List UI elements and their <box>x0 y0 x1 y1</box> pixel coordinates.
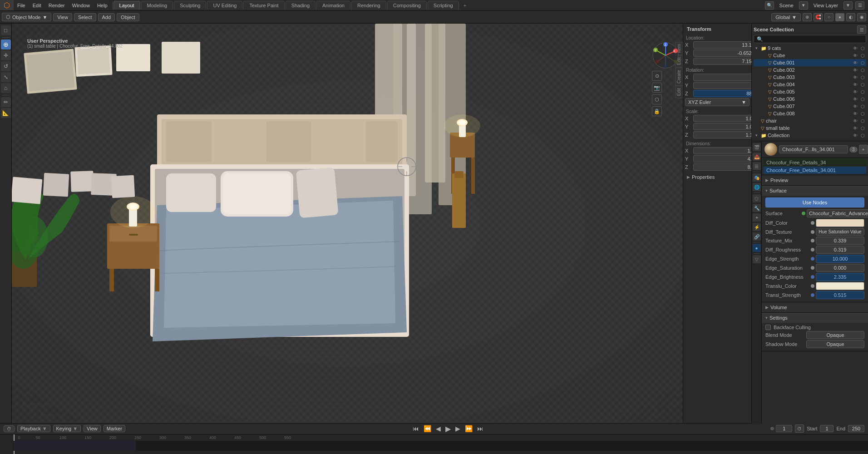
render-props-icon[interactable]: 🎬 <box>753 143 761 151</box>
viewport-shading-render[interactable]: ◉ <box>857 13 866 21</box>
outliner-filter-icon[interactable]: ☰ <box>857 25 866 34</box>
outliner-filter-cube002[interactable]: ⬡ <box>859 67 866 73</box>
outliner-filter-cube006[interactable]: ⬡ <box>859 96 866 102</box>
outliner-eye-cube006[interactable]: 👁 <box>852 96 859 102</box>
global-selector[interactable]: Global ▼ <box>771 13 801 21</box>
lock-camera-btn[interactable]: 🔒 <box>652 106 662 116</box>
material-new-btn[interactable]: + <box>859 145 868 154</box>
proportional-edit-icon[interactable]: ○ <box>824 13 833 21</box>
outliner-9cats[interactable]: ▾ 📁 9 cats 👁 ⬡ <box>754 44 866 52</box>
outliner-filter-cube008[interactable]: ⬡ <box>859 110 866 117</box>
blend-mode-select[interactable]: Opaque <box>806 331 864 339</box>
select-box-tool[interactable]: □ <box>1 25 11 35</box>
add-menu[interactable]: Add <box>98 13 115 21</box>
tab-shading[interactable]: Shading <box>286 1 316 10</box>
backface-culling-checkbox[interactable] <box>765 325 771 330</box>
object-props-icon[interactable]: ⬡ <box>753 194 761 202</box>
outliner-eye-cube002[interactable]: 👁 <box>852 67 859 73</box>
outliner-filter-chair[interactable]: ⬡ <box>859 118 866 124</box>
euler-selector[interactable]: XYZ Euler ▼ <box>685 98 750 106</box>
outliner-filter-cube005[interactable]: ⬡ <box>859 89 866 95</box>
timeline-track[interactable]: 0 50 100 150 200 250 300 350 400 450 500… <box>0 434 868 454</box>
particle-props-icon[interactable]: ✦ <box>753 213 761 222</box>
outliner-cube002[interactable]: ▽ Cube.002 👁 ⬡ <box>754 66 866 74</box>
material-name-input[interactable] <box>779 145 848 153</box>
menu-file[interactable]: File <box>14 0 29 10</box>
settings-section-title[interactable]: ▾ Settings <box>762 313 868 323</box>
outliner-cube006[interactable]: ▽ Cube.006 👁 ⬡ <box>754 95 866 103</box>
tab-uv-editing[interactable]: UV Editing <box>207 1 242 10</box>
rotate-tool[interactable]: ↺ <box>1 61 11 71</box>
outliner-cube007[interactable]: ▽ Cube.007 👁 ⬡ <box>754 103 866 110</box>
view-menu[interactable]: View <box>53 13 72 21</box>
outliner-collection[interactable]: ▾ 📁 Collection 👁 ⬡ <box>754 132 866 139</box>
snap-icon[interactable]: 🧲 <box>814 13 823 21</box>
next-keyframe-btn[interactable]: ▶ <box>454 425 461 432</box>
select-menu[interactable]: Select <box>74 13 96 21</box>
viewport-shading-solid[interactable]: ● <box>835 13 844 21</box>
outliner-chair[interactable]: ▽ chair 👁 ⬡ <box>754 117 866 124</box>
texture-mix-value[interactable]: 0.339 <box>816 237 864 245</box>
navigation-gizmo[interactable]: X Y Z <box>652 42 679 69</box>
shadow-mode-select[interactable]: Opaque <box>806 340 864 348</box>
outliner-search-input[interactable] <box>754 35 866 43</box>
jump-end-btn[interactable]: ⏭ <box>476 425 484 432</box>
edge-strength-value[interactable]: 10.000 <box>816 255 864 263</box>
tab-texture-paint[interactable]: Texture Paint <box>243 1 284 10</box>
outliner-filter-cube003[interactable]: ⬡ <box>859 74 866 80</box>
constraint-props-icon[interactable]: 🔗 <box>753 232 761 241</box>
transform-tool[interactable]: ⌂ <box>1 83 11 93</box>
camera-view-btn[interactable]: 📷 <box>652 83 662 93</box>
diff-color-swatch[interactable] <box>816 219 864 227</box>
outliner-cube004[interactable]: ▽ Cube.004 👁 ⬡ <box>754 81 866 88</box>
scale-y-input[interactable] <box>693 123 752 130</box>
outliner-eye-cube001[interactable]: 👁 <box>852 59 859 66</box>
timeline-scrubber[interactable] <box>13 441 868 451</box>
annotate-tool[interactable]: ✏ <box>1 97 11 107</box>
view-layer-menu-btn[interactable]: ▼ <box>843 1 853 10</box>
edge-brightness-value[interactable]: 2.335 <box>816 273 864 281</box>
modifier-props-icon[interactable]: 🔧 <box>753 204 761 212</box>
translu-color-swatch[interactable] <box>816 282 864 290</box>
tab-animation[interactable]: Animation <box>316 1 350 10</box>
outliner-filter-9cats[interactable]: ⬡ <box>859 45 866 51</box>
outliner-eye-cube007[interactable]: 👁 <box>852 103 859 109</box>
material-props-icon[interactable]: ● <box>753 244 761 252</box>
scene-props-icon[interactable]: 🎭 <box>753 173 761 182</box>
outliner-cube[interactable]: ▽ Cube 👁 ⬡ <box>754 52 866 59</box>
outliner-eye-cube004[interactable]: 👁 <box>852 81 859 88</box>
outliner-eye-9cats[interactable]: 👁 <box>852 45 859 51</box>
surface-value[interactable]: Chocofur_Fabric_Advanced <box>807 209 868 217</box>
outliner-filter-cube007[interactable]: ⬡ <box>859 103 866 109</box>
rot-z-input[interactable] <box>693 90 752 97</box>
outliner-eye-chair[interactable]: 👁 <box>852 118 859 124</box>
tab-sculpting[interactable]: Sculpting <box>174 1 206 10</box>
menu-edit[interactable]: Edit <box>29 0 45 10</box>
loc-y-input[interactable] <box>693 49 752 57</box>
current-frame-input[interactable] <box>776 425 792 432</box>
use-nodes-btn[interactable]: Use Nodes <box>765 197 864 207</box>
jump-start-btn[interactable]: ⏮ <box>412 425 420 432</box>
scale-z-input[interactable] <box>693 131 752 138</box>
start-frame-input[interactable] <box>820 425 833 432</box>
outliner-eye-small-table[interactable]: 👁 <box>852 125 859 131</box>
add-workspace-tab[interactable]: + <box>460 1 470 10</box>
tab-layout[interactable]: Layout <box>113 1 140 10</box>
output-props-icon[interactable]: 📤 <box>753 153 761 161</box>
scene-menu-btn[interactable]: ▼ <box>799 1 808 10</box>
edge-saturation-value[interactable]: 0.000 <box>816 264 864 272</box>
prev-frame-btn[interactable]: ⏪ <box>423 425 432 432</box>
menu-window[interactable]: Window <box>69 0 94 10</box>
play-btn[interactable]: ▶ <box>444 424 452 433</box>
physics-props-icon[interactable]: ⚡ <box>753 223 761 231</box>
transl-strength-value[interactable]: 0.515 <box>816 291 864 299</box>
outliner-eye-cube005[interactable]: 👁 <box>852 89 859 95</box>
dim-y-input[interactable] <box>693 155 752 163</box>
blender-logo[interactable]: ⬡ <box>0 0 14 10</box>
outliner-small-table[interactable]: ▽ small table 👁 ⬡ <box>754 124 866 132</box>
material-list-item-2[interactable]: Chocofur_Free_Details_34.001 <box>764 167 866 174</box>
viewport[interactable]: User Perspective (1) small table | Choco… <box>12 24 683 423</box>
cursor-tool[interactable]: ⊕ <box>1 39 11 49</box>
scale-tool[interactable]: ⤡ <box>1 72 11 82</box>
outliner-cube001[interactable]: ▽ Cube.001 👁 ⬡ <box>754 59 866 66</box>
